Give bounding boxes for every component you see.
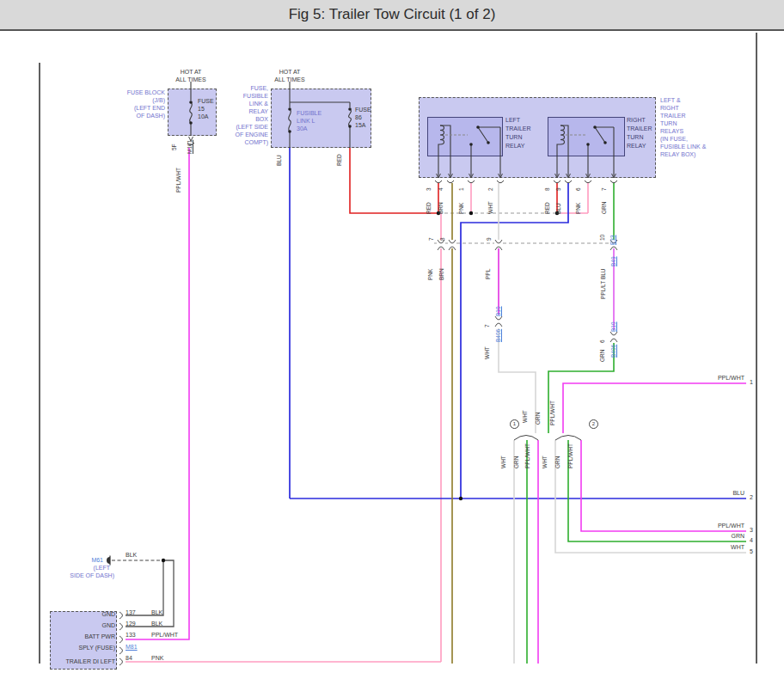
- exit-wire-label: WHT: [731, 544, 744, 551]
- pin-number: 6: [575, 187, 581, 191]
- wire-label-ppl-wht: PPL/WHT: [567, 443, 573, 468]
- wiring-diagram-page: Fig 5: Trailer Tow Circuit (1 of 2): [0, 0, 784, 685]
- engine-box-name: LINK &: [249, 101, 268, 107]
- engine-box-location: OF ENGINE: [235, 131, 268, 138]
- wire-green: [527, 183, 746, 664]
- fuse-block-pin: 5F: [171, 144, 177, 150]
- connector-ref-b10: B10: [495, 306, 501, 316]
- right-relay-box: [548, 117, 625, 156]
- m61-location: (LEFT: [94, 565, 110, 572]
- pin-number: 7: [601, 187, 607, 191]
- wire-label-blk: BLK: [126, 552, 137, 559]
- wire-label-grn: GRN: [535, 413, 541, 425]
- dashed-bus-lines: [434, 213, 609, 243]
- wire-label-red: RED: [544, 202, 550, 214]
- module-row-label: TRAILER DI LEFT: [65, 658, 115, 665]
- right-relay-label: TURN: [627, 134, 643, 141]
- relay-note: FUSIBLE LINK &: [660, 144, 706, 150]
- hot-at-label: HOT AT: [279, 69, 301, 76]
- pin-number: 4: [438, 187, 444, 191]
- wire-label-pnk: PNK: [427, 269, 433, 280]
- hot-at-label: HOT AT: [181, 69, 202, 76]
- right-relay-label: RIGHT: [627, 117, 646, 124]
- fuse-block-box: [168, 89, 217, 136]
- connector-pin: 9: [486, 237, 492, 241]
- connector-pin: 10: [599, 235, 605, 241]
- fuse-block-name: (J/B): [152, 97, 165, 104]
- wire-label-blk: BLK: [151, 609, 162, 616]
- wire-label-blu: BLU: [276, 155, 282, 166]
- exit-wire-label: PPL/WHT: [718, 375, 744, 382]
- wire-label-grn: GRN: [554, 456, 560, 468]
- wire-black: [126, 560, 174, 627]
- left-relay-label: LEFT: [505, 117, 520, 124]
- relay-note: TRAILER: [660, 113, 686, 119]
- fuse86-rating: 15A: [355, 122, 365, 129]
- connector-pin: 6: [599, 339, 605, 343]
- fuse-block-location: (LEFT END: [134, 105, 165, 112]
- exit-number: 1: [750, 379, 753, 386]
- fusible-link-name: LINK L: [297, 118, 315, 125]
- left-relay-label: RELAY: [505, 143, 524, 150]
- fuse-block-name: FUSE BLOCK: [127, 89, 165, 96]
- engine-box-name: RELAY: [249, 108, 268, 115]
- splice-braces: [514, 436, 581, 441]
- connector-ref-b49: B49: [610, 256, 616, 266]
- exit-number: 5: [750, 548, 753, 555]
- wire-label-wht: WHT: [522, 410, 528, 423]
- left-relay-label: TURN: [505, 134, 522, 141]
- fuse86-label: FUSE: [355, 107, 371, 113]
- wire-label-wht: WHT: [500, 456, 506, 468]
- m61-location: SIDE OF DASH): [70, 572, 114, 579]
- connector-ref-b406: B406: [610, 345, 616, 358]
- fuse-block-location: OF DASH): [137, 113, 165, 119]
- pin-number: 8: [544, 187, 550, 191]
- wire-ppl-wht: [126, 148, 746, 664]
- wire-label-red: RED: [426, 202, 432, 214]
- wire-label-wht: WHT: [487, 201, 493, 214]
- wire-label-blk: BLK: [151, 621, 162, 627]
- module-row-label: SPLY (FUSE): [78, 645, 115, 651]
- exit-wire-label: BLU: [732, 490, 744, 497]
- wire-label-ppl-wht: PPL/WHT: [151, 632, 178, 639]
- pin-number: 1: [458, 187, 464, 191]
- title-bar: Fig 5: Trailer Tow Circuit (1 of 2): [0, 0, 784, 31]
- wire-label-wht: WHT: [542, 456, 548, 468]
- engine-box-location: COMPT): [244, 139, 268, 146]
- connector-pin: 7: [484, 324, 490, 327]
- engine-box-name: FUSIBLE: [243, 93, 268, 100]
- fusible-link-rating: 30A: [297, 125, 307, 132]
- relay-note: TURN: [660, 120, 677, 127]
- relay-note: RELAYS: [660, 128, 683, 135]
- module-pin: 84: [126, 655, 132, 662]
- relay-note: LEFT &: [660, 97, 681, 104]
- wire-label-blu: BLU: [555, 203, 561, 214]
- right-relay-label: RELAY: [627, 143, 646, 150]
- exit-number: 2: [750, 494, 753, 501]
- wire-label-ppl: PPL: [485, 269, 491, 279]
- wire-label-ppl-lt-blu: PPL/LT BLU: [600, 268, 606, 299]
- wire-label-ppl-wht: PPL/WHT: [524, 443, 530, 468]
- wire-label-brn: BRN: [438, 268, 444, 280]
- wire-label-grn: GRN: [599, 350, 605, 362]
- wire-label-ppl-wht: PPL/WHT: [549, 401, 555, 425]
- inline-connector-symbols: [119, 240, 617, 665]
- relay-note: RELAY BOX): [660, 151, 695, 158]
- wire-label-pnk: PNK: [151, 655, 163, 662]
- all-times-label: ALL TIMES: [175, 76, 205, 83]
- relay-note: (IN FUSE,: [660, 136, 688, 143]
- wire-label-pnk: PNK: [458, 203, 464, 214]
- module-pin: 137: [126, 609, 136, 616]
- pin-number: 2: [487, 187, 493, 191]
- connector-ref-b406: B406: [495, 329, 501, 342]
- module-row-label: BATT PWR: [84, 633, 115, 640]
- exit-number: 4: [750, 537, 753, 544]
- connector-ref-b10: B10: [610, 321, 616, 332]
- exit-number: 3: [750, 527, 753, 534]
- module-pin: 133: [126, 632, 136, 639]
- wire-blue: [290, 148, 746, 498]
- wire-label-pnk: PNK: [575, 203, 581, 214]
- wire-label-ppl-wht: PPL/WHT: [175, 168, 181, 193]
- pin-number: 3: [426, 187, 432, 191]
- left-relay-box: [427, 117, 503, 156]
